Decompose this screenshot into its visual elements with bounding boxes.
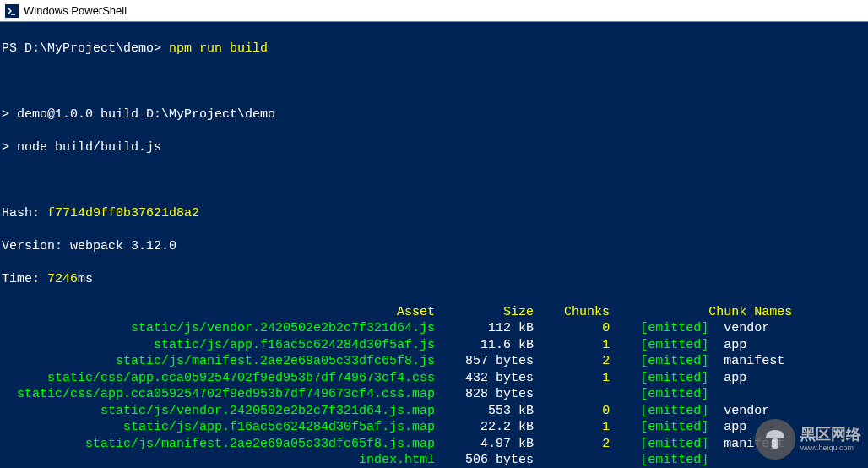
asset-emitted: [emitted] xyxy=(610,404,708,418)
asset-emitted: [emitted] xyxy=(610,420,708,434)
asset-name: static/js/vendor.2420502e2b2c7f321d64.js xyxy=(2,321,435,335)
table-row: index.html 506 bytes [emitted] xyxy=(2,452,866,468)
asset-chunk-name: vendor xyxy=(708,404,769,418)
asset-name: static/js/manifest.2ae2e69a05c33dfc65f8.… xyxy=(2,354,435,368)
table-row: static/js/app.f16ac5c624284d30f5af.js 11… xyxy=(2,337,866,354)
asset-chunk-name: app xyxy=(708,371,746,385)
asset-size: 553 kB xyxy=(435,404,534,418)
asset-emitted: [emitted] xyxy=(610,437,708,451)
powershell-icon xyxy=(5,4,19,18)
asset-chunks: 2 xyxy=(534,437,610,451)
hash-value: f7714d9ff0b37621d8a2 xyxy=(47,206,199,220)
mushroom-icon xyxy=(755,419,795,460)
prompt-text: PS D:\MyProject\demo> xyxy=(2,41,169,56)
asset-emitted: [emitted] xyxy=(610,338,708,352)
window-title: Windows PowerShell xyxy=(24,4,127,17)
watermark: 黑区网络 www.heiqu.com xyxy=(755,419,861,460)
version-value: 3.12.0 xyxy=(131,239,176,253)
asset-size: 506 bytes xyxy=(435,453,534,467)
asset-emitted: [emitted] xyxy=(610,321,708,335)
asset-size: 828 bytes xyxy=(435,387,534,401)
asset-chunks: 1 xyxy=(534,338,610,352)
asset-chunks xyxy=(534,453,610,467)
npm-script-line: > node build/build.js xyxy=(2,139,866,156)
watermark-url: www.heiqu.com xyxy=(800,444,861,452)
asset-chunk-name xyxy=(708,387,724,401)
table-header: Asset Size Chunks Chunk Names xyxy=(2,304,866,321)
asset-size: 432 bytes xyxy=(435,371,534,385)
table-row: static/css/app.cca059254702f9ed953b7df74… xyxy=(2,370,866,387)
asset-name: static/js/manifest.2ae2e69a05c33dfc65f8.… xyxy=(2,437,435,451)
asset-chunk-name: app xyxy=(708,338,746,352)
asset-emitted: [emitted] xyxy=(610,371,708,385)
asset-name: index.html xyxy=(2,453,435,467)
version-label: Version: webpack xyxy=(2,239,131,253)
asset-chunks xyxy=(534,387,610,401)
asset-name: static/js/app.f16ac5c624284d30f5af.js.ma… xyxy=(2,420,435,434)
asset-chunk-name xyxy=(708,453,724,467)
asset-chunks: 2 xyxy=(534,354,610,368)
time-suffix: ms xyxy=(78,272,93,286)
table-row: static/js/vendor.2420502e2b2c7f321d64.js… xyxy=(2,320,866,337)
table-row: static/js/manifest.2ae2e69a05c33dfc65f8.… xyxy=(2,353,866,370)
asset-name: static/css/app.cca059254702f9ed953b7df74… xyxy=(2,387,435,401)
time-value: 7246 xyxy=(47,272,78,286)
asset-chunk-name: vendor xyxy=(708,321,769,335)
asset-size: 4.97 kB xyxy=(435,437,534,451)
asset-name: static/js/vendor.2420502e2b2c7f321d64.js… xyxy=(2,404,435,418)
asset-chunks: 0 xyxy=(534,321,610,335)
asset-name: static/css/app.cca059254702f9ed953b7df74… xyxy=(2,371,435,385)
watermark-text: 黑区网络 xyxy=(800,427,861,444)
table-row: static/js/app.f16ac5c624284d30f5af.js.ma… xyxy=(2,419,866,436)
asset-chunk-name: manifest xyxy=(708,354,784,368)
titlebar[interactable]: Windows PowerShell xyxy=(0,0,868,22)
asset-chunk-name: app xyxy=(708,420,746,434)
time-label: Time: xyxy=(2,272,47,286)
asset-size: 22.2 kB xyxy=(435,420,534,434)
hash-label: Hash: xyxy=(2,206,47,220)
asset-size: 857 bytes xyxy=(435,354,534,368)
table-row: static/js/vendor.2420502e2b2c7f321d64.js… xyxy=(2,403,866,420)
table-row: static/css/app.cca059254702f9ed953b7df74… xyxy=(2,386,866,403)
terminal-output[interactable]: PS D:\MyProject\demo> npm run build > de… xyxy=(0,22,868,468)
asset-chunks: 0 xyxy=(534,404,610,418)
asset-chunks: 1 xyxy=(534,371,610,385)
table-row: static/js/manifest.2ae2e69a05c33dfc65f8.… xyxy=(2,436,866,453)
asset-name: static/js/app.f16ac5c624284d30f5af.js xyxy=(2,338,435,352)
asset-emitted: [emitted] xyxy=(610,453,708,467)
asset-size: 112 kB xyxy=(435,321,534,335)
asset-size: 11.6 kB xyxy=(435,338,534,352)
svg-rect-2 xyxy=(772,438,778,449)
asset-emitted: [emitted] xyxy=(610,387,708,401)
asset-chunks: 1 xyxy=(534,420,610,434)
command-text: npm run build xyxy=(169,41,268,56)
npm-script-line: > demo@1.0.0 build D:\MyProject\demo xyxy=(2,106,866,123)
asset-emitted: [emitted] xyxy=(610,354,708,368)
